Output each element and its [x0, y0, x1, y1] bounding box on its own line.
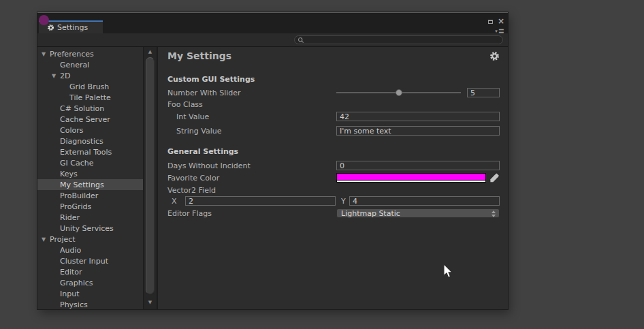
- dropdown-selected-value: Lightmap Static: [341, 209, 400, 218]
- editor-flags-dropdown[interactable]: Lightmap Static: [336, 208, 500, 218]
- sidebar-item-preferences[interactable]: ▼Preferences: [37, 48, 143, 59]
- sidebar-item-label: Tile Palette: [69, 93, 111, 102]
- sidebar-item-rider[interactable]: Rider: [37, 212, 143, 223]
- slider-track[interactable]: [336, 92, 461, 93]
- sidebar-item-progrids[interactable]: ProGrids: [37, 201, 143, 212]
- sidebar-item-label: Input: [60, 289, 79, 298]
- titlebar: Settings × ▾ ≡: [37, 13, 508, 33]
- search-input[interactable]: [304, 36, 495, 44]
- sidebar-item-diagnostics[interactable]: Diagnostics: [37, 136, 143, 146]
- maximize-icon[interactable]: [488, 20, 493, 24]
- sidebar-item-label: Project: [50, 235, 76, 244]
- vector2-y-input[interactable]: [349, 196, 500, 206]
- field-label-int-value: Int Value: [167, 112, 336, 121]
- vector2-x-input[interactable]: [185, 196, 336, 206]
- unity-gear-icon: [47, 24, 54, 31]
- sidebar-item-label: GI Cache: [60, 159, 93, 168]
- sidebar-item-graphics[interactable]: Graphics: [37, 277, 143, 288]
- gear-icon[interactable]: [489, 51, 500, 61]
- sidebar-item-cache-server[interactable]: Cache Server: [37, 114, 143, 125]
- chevron-expanded-icon[interactable]: ▼: [41, 51, 50, 57]
- sidebar-scrollbar[interactable]: ▲ ▼: [143, 47, 157, 309]
- sidebar-item-keys[interactable]: Keys: [37, 168, 143, 179]
- close-icon[interactable]: ×: [498, 18, 504, 25]
- scroll-up-icon[interactable]: ▲: [144, 49, 157, 54]
- tab-label: Settings: [57, 23, 88, 32]
- color-swatch[interactable]: [336, 173, 486, 183]
- field-label-number-with-slider: Number With Slider: [167, 89, 336, 97]
- settings-window: Settings × ▾ ≡ ▼Preferences General ▼2D …: [37, 12, 508, 309]
- sidebar-item-csharp-solution[interactable]: C# Solution: [37, 103, 143, 114]
- color-swatch-fill: [337, 174, 485, 180]
- int-value-input[interactable]: [336, 112, 500, 121]
- sidebar-item-tile-palette[interactable]: Tile Palette: [37, 92, 143, 103]
- field-label-editor-flags: Editor Flags: [167, 209, 336, 218]
- dropdown-arrows-icon: [492, 210, 496, 217]
- sidebar-item-gi-cache[interactable]: GI Cache: [37, 157, 143, 168]
- section-heading-general: General Settings: [167, 147, 500, 156]
- sidebar-item-label: My Settings: [60, 181, 104, 189]
- field-label-foo-class: Foo Class: [167, 100, 336, 109]
- toolbar: [37, 33, 508, 47]
- sidebar-item-label: General: [60, 61, 89, 69]
- sidebar-item-label: External Tools: [60, 148, 112, 157]
- sidebar-item-general[interactable]: General: [37, 59, 143, 70]
- settings-tree: ▼Preferences General ▼2D Grid Brush Tile…: [37, 47, 143, 309]
- scroll-down-icon[interactable]: ▼: [144, 300, 157, 305]
- sidebar-item-label: Editor: [60, 268, 82, 277]
- scrollbar-thumb[interactable]: [146, 57, 155, 294]
- string-value-input[interactable]: [336, 126, 500, 136]
- sidebar-item-label: Colors: [60, 126, 83, 135]
- field-label-string-value: String Value: [167, 127, 336, 136]
- sidebar-item-label: Keys: [60, 170, 78, 178]
- field-label-days-without-incident: Days Without Incident: [167, 161, 336, 170]
- sidebar-item-my-settings[interactable]: My Settings: [37, 179, 143, 190]
- sidebar-item-label: Audio: [60, 246, 81, 255]
- sidebar-item-audio[interactable]: Audio: [37, 245, 143, 255]
- sidebar-item-label: Rider: [60, 213, 80, 222]
- section-heading-custom-gui: Custom GUI Settings: [167, 75, 500, 84]
- sidebar-item-grid-brush[interactable]: Grid Brush: [37, 81, 143, 92]
- sidebar-item-label: Physics: [60, 300, 88, 309]
- eyedropper-icon[interactable]: [489, 173, 500, 183]
- page-title: My Settings: [167, 50, 231, 61]
- sidebar-item-colors[interactable]: Colors: [37, 125, 143, 136]
- field-label-vector2: Vector2 Field: [167, 186, 336, 195]
- slider-thumb[interactable]: [396, 89, 402, 96]
- sidebar-item-unity-services[interactable]: Unity Services: [37, 223, 143, 234]
- sidebar-item-external-tools[interactable]: External Tools: [37, 146, 143, 157]
- sidebar-item-label: ProBuilder: [60, 191, 98, 200]
- settings-panel: My Settings Custom GUI Settings Number W…: [157, 47, 508, 309]
- sidebar-item-label: Grid Brush: [69, 82, 109, 91]
- chevron-expanded-icon[interactable]: ▼: [51, 73, 60, 79]
- sidebar-item-label: 2D: [60, 72, 70, 80]
- sidebar-item-label: C# Solution: [60, 104, 104, 113]
- sidebar-item-project[interactable]: ▼Project: [37, 234, 143, 245]
- sidebar-item-label: Diagnostics: [60, 137, 103, 146]
- sidebar-item-physics[interactable]: Physics: [37, 299, 143, 309]
- purple-dot-icon: [39, 15, 49, 25]
- sidebar-item-label: Cluster Input: [60, 257, 108, 266]
- sidebar-item-cluster-input[interactable]: Cluster Input: [37, 255, 143, 266]
- field-label-favorite-color: Favorite Color: [167, 174, 336, 183]
- vector2-x-label: X: [172, 197, 185, 206]
- vector2-y-label: Y: [341, 197, 349, 206]
- sidebar-item-label: Cache Server: [60, 115, 110, 124]
- alpha-strip: [337, 180, 485, 182]
- sidebar-item-editor[interactable]: Editor: [37, 266, 143, 277]
- slider-value-input[interactable]: [467, 88, 500, 97]
- sidebar-item-label: ProGrids: [60, 202, 91, 211]
- sidebar-item-label: Graphics: [60, 279, 93, 287]
- search-box[interactable]: [294, 35, 503, 44]
- sidebar-item-2d[interactable]: ▼2D: [37, 70, 143, 81]
- search-icon: [297, 37, 304, 44]
- chevron-expanded-icon[interactable]: ▼: [41, 236, 50, 242]
- days-without-incident-input[interactable]: [336, 161, 500, 170]
- sidebar-item-label: Unity Services: [60, 224, 114, 233]
- sidebar-item-input[interactable]: Input: [37, 288, 143, 299]
- sidebar-item-label: Preferences: [50, 50, 94, 59]
- sidebar-item-probuilder[interactable]: ProBuilder: [37, 190, 143, 201]
